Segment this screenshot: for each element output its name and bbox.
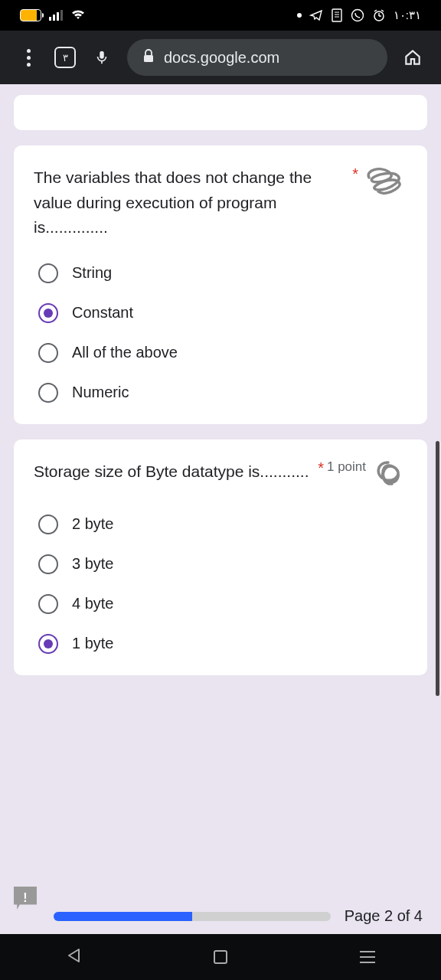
radio-icon <box>38 594 58 614</box>
scribble-annotation <box>361 162 407 201</box>
radio-option[interactable]: 4 byte <box>34 588 407 620</box>
lock-icon <box>142 49 155 66</box>
whatsapp-icon <box>351 8 364 22</box>
svg-rect-12 <box>144 55 153 62</box>
question-text: The variables that does not change the v… <box>34 165 346 240</box>
scrollbar[interactable] <box>436 84 439 934</box>
option-label: 1 byte <box>72 635 113 652</box>
option-label: 3 byte <box>72 555 113 573</box>
required-asterisk: * <box>352 165 358 183</box>
telegram-icon <box>309 8 323 22</box>
nav-home-button[interactable] <box>214 950 227 964</box>
option-label: 2 byte <box>72 515 113 533</box>
notification-dot-icon <box>297 13 302 18</box>
radio-option[interactable]: All of the above <box>34 337 407 369</box>
progress-row: Page 2 of 4 <box>54 907 423 925</box>
required-asterisk: * <box>318 459 324 477</box>
svg-line-8 <box>374 10 377 11</box>
page-indicator: Page 2 of 4 <box>345 907 423 925</box>
radio-icon <box>38 343 58 363</box>
radio-option[interactable]: 3 byte <box>34 548 407 580</box>
status-bar: ١٠:٣١ <box>0 0 441 31</box>
progress-fill <box>54 912 192 921</box>
radio-option[interactable]: Numeric <box>34 377 407 409</box>
scrollbar-thumb[interactable] <box>436 441 439 696</box>
svg-line-9 <box>381 10 384 11</box>
question-card-2: Storage size of Byte datatype is........… <box>14 439 427 675</box>
document-icon <box>331 8 343 22</box>
svg-rect-0 <box>332 9 341 21</box>
home-button[interactable] <box>401 47 424 67</box>
option-label: All of the above <box>72 344 178 361</box>
radio-icon <box>38 263 58 283</box>
question-text: Storage size of Byte datatype is........… <box>34 459 312 485</box>
radio-icon <box>38 554 58 574</box>
alarm-icon <box>372 8 386 22</box>
mic-button[interactable] <box>90 49 113 66</box>
progress-bar <box>54 912 331 921</box>
radio-icon <box>38 634 58 654</box>
radio-option[interactable]: Constant <box>34 297 407 329</box>
option-label: 4 byte <box>72 595 113 612</box>
feedback-button[interactable]: ! <box>14 887 37 910</box>
url-bar[interactable]: docs.google.com <box>127 39 387 76</box>
triangle-icon <box>66 947 81 964</box>
radio-option[interactable]: 1 byte <box>34 628 407 660</box>
option-label: String <box>72 264 112 282</box>
browser-toolbar: ٣ docs.google.com <box>0 31 441 84</box>
radio-option[interactable]: 2 byte <box>34 508 407 541</box>
option-label: Numeric <box>72 384 129 401</box>
point-value: 1 point <box>327 459 366 475</box>
question-card-1: The variables that does not change the v… <box>14 145 427 424</box>
nav-recent-button[interactable] <box>360 951 375 963</box>
svg-rect-10 <box>100 51 104 59</box>
content-area: The variables that does not change the v… <box>0 84 441 934</box>
option-label: Constant <box>72 304 133 322</box>
svg-point-4 <box>351 10 363 21</box>
nav-back-button[interactable] <box>66 947 81 967</box>
mic-icon <box>93 49 110 66</box>
more-vert-icon <box>27 49 31 67</box>
radio-icon <box>38 303 58 323</box>
more-menu-button[interactable] <box>17 49 40 67</box>
home-icon <box>403 47 423 67</box>
status-time: ١٠:٣١ <box>394 8 421 22</box>
radio-icon <box>38 383 58 403</box>
radio-option[interactable]: String <box>34 257 407 289</box>
scribble-annotation <box>369 456 407 492</box>
url-text: docs.google.com <box>164 49 279 67</box>
tab-count: ٣ <box>54 47 76 68</box>
tabs-button[interactable]: ٣ <box>54 47 77 68</box>
signal-icon <box>49 10 63 21</box>
wifi-icon <box>70 7 86 24</box>
battery-icon <box>20 9 41 21</box>
radio-icon <box>38 514 58 534</box>
system-nav-bar <box>0 934 441 980</box>
previous-card-edge <box>14 95 427 130</box>
